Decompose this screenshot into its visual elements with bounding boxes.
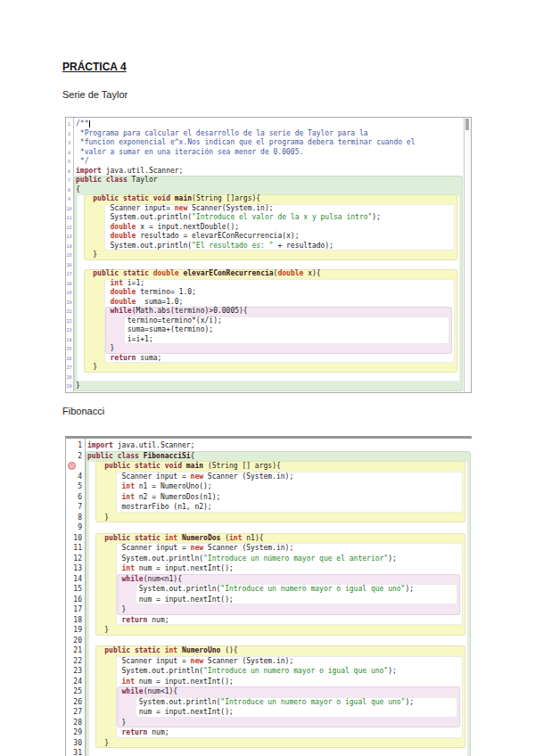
code-line: } xyxy=(74,363,464,373)
code-line: num = input.nextInt(); xyxy=(86,595,472,605)
line-number: 18 xyxy=(66,615,85,626)
code-line: *valor a sumar en una iteración sea meno… xyxy=(74,148,464,158)
line-number: 5 xyxy=(66,481,85,492)
line-number: 1 xyxy=(66,440,85,451)
line-number: 23 xyxy=(66,325,73,335)
line-number: 22 xyxy=(66,316,73,326)
taylor-vertical-scrollbar[interactable] xyxy=(464,118,471,392)
line-number: 16 xyxy=(66,595,85,605)
code-line: suma=suma+(termino); xyxy=(74,325,464,335)
line-number: 4 xyxy=(66,472,85,482)
line-number: 8 xyxy=(66,513,85,523)
line-number: 2 xyxy=(66,129,73,139)
line-number: 27 xyxy=(66,363,73,373)
document-page: { "page": { "title": "PRÁCTICA 4", "sect… xyxy=(0,0,535,756)
code-line: public static int NumeroUno (){ xyxy=(86,645,472,656)
code-line: public static void main(String []args){ xyxy=(74,194,464,204)
line-number: 12 xyxy=(66,223,73,233)
code-line: Scanner input = new Scanner (System.in); xyxy=(86,472,472,482)
code-line: import java.util.Scanner; xyxy=(74,167,464,177)
line-number: 20 xyxy=(66,298,73,308)
line-number: 15 xyxy=(66,584,85,595)
line-number: 28 xyxy=(66,373,73,382)
line-number: 17 xyxy=(66,269,73,279)
line-number: 19 xyxy=(66,288,73,298)
line-number: 9 xyxy=(66,522,85,533)
code-line: System.out.println("El resultado es: " +… xyxy=(74,242,464,251)
code-line: return num; xyxy=(86,615,472,626)
code-line xyxy=(74,260,464,270)
code-line: } xyxy=(86,604,472,615)
code-line: int num = input.nextInt(); xyxy=(86,563,472,574)
code-line: Scanner input = new Scanner (System.in); xyxy=(86,656,472,667)
code-line: double termino= 1.0; xyxy=(74,288,464,298)
code-line: } xyxy=(74,382,464,391)
line-number: 31 xyxy=(66,748,85,756)
code-line: /** xyxy=(74,119,464,129)
code-line: termino=termino*(x/i); xyxy=(74,316,464,326)
line-number: 13 xyxy=(66,563,85,574)
code-line xyxy=(86,522,472,533)
code-line: double x = input.nextDouble(); xyxy=(74,223,464,233)
line-number: 14 xyxy=(66,574,85,585)
breakpoint-marker-icon xyxy=(68,462,76,470)
code-line: public static double elevarEConRecurrenc… xyxy=(74,269,464,279)
code-line: return suma; xyxy=(74,354,464,364)
section-label-serie-de-taylor: Serie de Taylor xyxy=(62,89,128,100)
line-number: 3 xyxy=(66,138,73,148)
code-line: */ xyxy=(74,157,464,167)
code-line: } xyxy=(86,625,472,636)
line-number: 24 xyxy=(66,335,73,345)
taylor-line-number-gutter: 1234567891011121314151617181920212223242… xyxy=(66,118,74,392)
line-number: 30 xyxy=(66,738,85,749)
code-line: double suma=1.0; xyxy=(74,298,464,308)
code-line: System.out.println("Introduce un número … xyxy=(86,554,472,564)
code-line: Scanner input = new Scanner (System.in); xyxy=(86,543,472,554)
code-line: System.out.println("Introduce un numero … xyxy=(86,666,472,677)
line-number: 19 xyxy=(66,625,85,636)
fibonacci-line-number-gutter: 1245678910111213141516171819202122232425… xyxy=(66,439,86,756)
line-number: 1 xyxy=(66,119,73,129)
line-number: 5 xyxy=(66,157,73,167)
line-number: 18 xyxy=(66,279,73,289)
line-number: 20 xyxy=(66,636,85,646)
code-line: } xyxy=(86,513,472,523)
scrollbar-thumb[interactable] xyxy=(465,119,469,130)
line-number: 2 xyxy=(66,451,85,462)
line-number: 26 xyxy=(66,354,73,364)
line-number: 29 xyxy=(66,382,73,391)
code-line: System.out.println("Introduce un numero … xyxy=(86,697,472,708)
line-number: 28 xyxy=(66,718,85,728)
line-number: 4 xyxy=(66,148,73,158)
line-number: 21 xyxy=(66,307,73,316)
taylor-code-editor[interactable]: 1234567891011121314151617181920212223242… xyxy=(65,117,472,393)
code-line: import java.util.Scanner; xyxy=(86,440,472,451)
code-line: } xyxy=(74,344,464,354)
line-number: 24 xyxy=(66,677,85,687)
code-line: public class FibonacciSi{ xyxy=(86,451,472,462)
code-line: public static void main (String [] args)… xyxy=(86,461,472,472)
line-number: 25 xyxy=(66,344,73,354)
line-number: 25 xyxy=(66,686,85,697)
line-number: 6 xyxy=(66,492,85,503)
line-number: 11 xyxy=(66,543,85,554)
line-number: 22 xyxy=(66,656,85,667)
page-title: PRÁCTICA 4 xyxy=(62,61,127,73)
code-line: int n2 = NumeroDos(n1); xyxy=(86,492,472,503)
code-line xyxy=(86,748,472,756)
line-number: 13 xyxy=(66,232,73,242)
code-line: int num = input.nextInt(); xyxy=(86,677,472,687)
code-line: System.out.println("Introduce un numero … xyxy=(86,584,472,595)
code-line: while(num<n1){ xyxy=(86,574,472,585)
line-number: 17 xyxy=(66,604,85,615)
line-number: 8 xyxy=(66,185,73,195)
code-line: while(num<1){ xyxy=(86,686,472,697)
code-line: i=i+1; xyxy=(74,335,464,345)
line-number: 16 xyxy=(66,260,73,270)
code-line: *funcion exponencial e^x.Nos indican que… xyxy=(74,138,464,148)
line-number: 26 xyxy=(66,697,85,708)
line-number: 27 xyxy=(66,707,85,718)
code-line: { xyxy=(74,185,464,195)
fibonacci-code-editor[interactable]: 1245678910111213141516171819202122232425… xyxy=(65,436,472,756)
code-line: num = input.nextInt(); xyxy=(86,707,472,718)
